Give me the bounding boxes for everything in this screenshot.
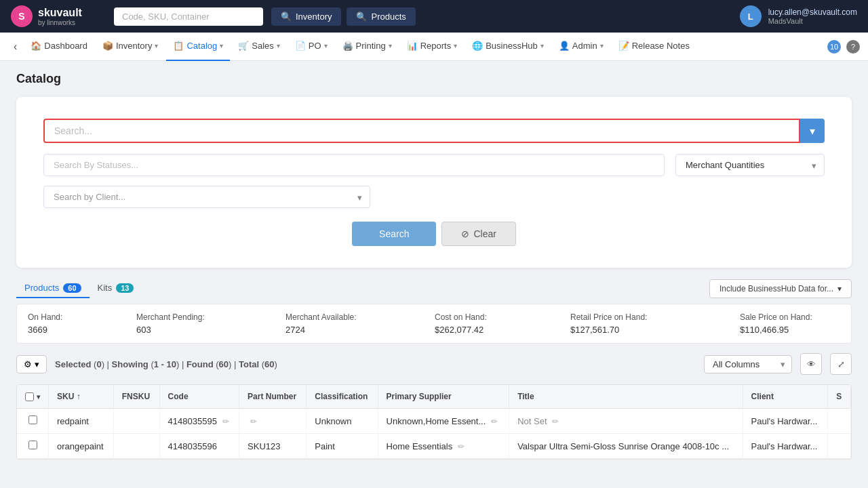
gear-dropdown-icon: ▾ [35,359,39,369]
global-search-input[interactable] [114,7,263,26]
dashboard-icon: 🏠 [31,41,41,51]
gear-settings-button[interactable]: ⚙ ▾ [16,355,47,373]
select-all-checkbox[interactable] [25,392,34,401]
search-button[interactable]: Search [352,222,436,246]
stat-value-5: $110,466.95 [740,325,868,335]
client-select-wrap: Search by Client... [43,186,370,208]
table-row: orangepaint 4148035596 SKU123 Paint Home… [17,434,851,459]
table-body: redpaint 4148035595 ✏ ✏ Unknown Unknown,… [17,409,851,459]
row-1-primary-supplier: Home Essentials ✏ [378,434,509,459]
back-button[interactable]: ‹ [8,38,22,56]
columns-select[interactable]: All Columns [704,355,792,373]
stat-value-3: $262,077.42 [435,325,570,335]
nav-businesshub[interactable]: 🌐 BusinessHub ▾ [465,33,551,61]
row-1-checkbox[interactable] [28,441,37,449]
merchant-select[interactable]: Merchant Quantities [675,154,825,176]
tabs-row: Products 60 Kits 13 Include BusinessHub … [16,279,852,298]
catalog-icon: 📋 [173,41,184,51]
page-title: Catalog [16,72,852,86]
supplier-edit-icon-1[interactable]: ✏ [458,442,465,451]
kits-badge: 13 [116,283,134,293]
stat-value-4: $127,561.70 [570,325,740,335]
logo-icon: S [11,5,33,27]
nav-sales[interactable]: 🛒 Sales ▾ [231,33,287,61]
stat-header-4: Retail Price on Hand: [570,312,740,322]
user-org: MadsVault [768,17,857,25]
tab-products[interactable]: Products 60 [16,279,90,298]
clear-button[interactable]: ⊘ Clear [441,222,515,246]
client-select[interactable]: Search by Client... [43,186,370,208]
help-badge[interactable]: 10 [827,40,841,54]
stat-header-2: Merchant Available: [285,312,435,322]
printing-icon: 🖨️ [342,41,353,51]
row-0-title: Not Set ✏ [509,409,743,434]
nav-release-notes[interactable]: 📝 Release Notes [612,33,696,61]
inventory-icon: 📦 [102,41,113,51]
row-0-client: Paul's Hardwar... [743,409,828,434]
include-businesshub-button[interactable]: Include BusinessHub Data for... ▾ [709,279,852,298]
client-row: Search by Client... [43,186,825,208]
nav-inventory[interactable]: 📦 Inventory ▾ [96,33,165,61]
inventory-search-button[interactable]: 🔍 Inventory [271,7,341,26]
nav-reports[interactable]: 📊 Reports ▾ [400,33,465,61]
search-main-row: ▾ [43,119,825,143]
brand-sub: by linnworks [38,19,82,26]
title-edit-icon[interactable]: ✏ [552,417,559,426]
nav-right: 10 ? [827,40,860,54]
row-1-s [828,434,851,459]
expand-button[interactable]: ⤢ [830,353,852,375]
chevron-down-icon-table[interactable]: ▾ [37,393,40,401]
stat-header-0: On Hand: [28,312,136,322]
header-sku[interactable]: SKU ↑ [49,385,114,409]
row-1-fnsku [113,434,159,459]
gear-icon: ⚙ [24,359,32,369]
row-1-client: Paul's Hardwar... [743,434,828,459]
products-search-button[interactable]: 🔍 Products [347,7,415,26]
avatar: L [740,5,762,27]
search-dropdown-button[interactable]: ▾ [800,119,825,143]
row-1-title: Valspar Ultra Semi-Gloss Sunrise Orange … [509,434,743,459]
code-edit-icon[interactable]: ✏ [222,417,229,426]
supplier-edit-icon[interactable]: ✏ [491,417,498,426]
header-code: Code [159,385,239,409]
chevron-down-icon-7: ▾ [540,42,544,49]
status-search-input[interactable] [43,154,665,176]
main-search-input[interactable] [43,119,800,143]
nav-catalog[interactable]: 📋 Catalog ▾ [166,33,230,61]
header-primary-supplier: Primary Supplier [378,385,509,409]
stats-row: On Hand: Merchant Pending: Merchant Avai… [16,304,852,344]
nav-dashboard[interactable]: 🏠 Dashboard [24,33,94,61]
table-container: ▾ SKU ↑ FNSKU Code Part Number Classific… [17,385,851,459]
search-card: ▾ Merchant Quantities Search by Client..… [16,97,852,268]
columns-select-wrap: All Columns [704,355,792,373]
stat-header-3: Cost on Hand: [435,312,570,322]
reports-icon: 📊 [407,41,418,51]
chevron-down-icon-4: ▾ [324,42,328,49]
tab-kits[interactable]: Kits 13 [90,279,142,298]
stat-header-1: Merchant Pending: [136,312,285,322]
navbar: ‹ 🏠 Dashboard 📦 Inventory ▾ 📋 Catalog ▾ … [0,33,868,61]
header-classification: Classification [307,385,378,409]
brand-name: skuvault [38,7,82,19]
release-notes-icon: 📝 [618,41,629,51]
header-fnsku: FNSKU [113,385,159,409]
header-part-number: Part Number [239,385,307,409]
chevron-down-icon-2: ▾ [220,42,223,49]
row-0-fnsku [113,409,159,434]
table-info: Selected (0) | Showing (1 - 10) | Found … [55,359,277,369]
po-icon: 📄 [295,41,306,51]
nav-admin[interactable]: 👤 Admin ▾ [552,33,610,61]
visibility-button[interactable]: 👁 [800,353,822,375]
businesshub-icon: 🌐 [472,41,483,51]
topbar-search-buttons: 🔍 Inventory 🔍 Products [271,7,416,26]
nav-po[interactable]: 📄 PO ▾ [288,33,334,61]
question-badge[interactable]: ? [846,40,860,54]
part-number-edit-icon[interactable]: ✏ [250,417,257,426]
row-0-code: 4148035595 ✏ [159,409,239,434]
search-icon-2: 🔍 [356,12,367,22]
row-1-checkbox-cell [17,434,49,459]
row-0-checkbox[interactable] [28,415,37,424]
table-controls: ⚙ ▾ Selected (0) | Showing (1 - 10) | Fo… [16,349,852,379]
row-0-part-number: ✏ [239,409,307,434]
nav-printing[interactable]: 🖨️ Printing ▾ [336,33,399,61]
